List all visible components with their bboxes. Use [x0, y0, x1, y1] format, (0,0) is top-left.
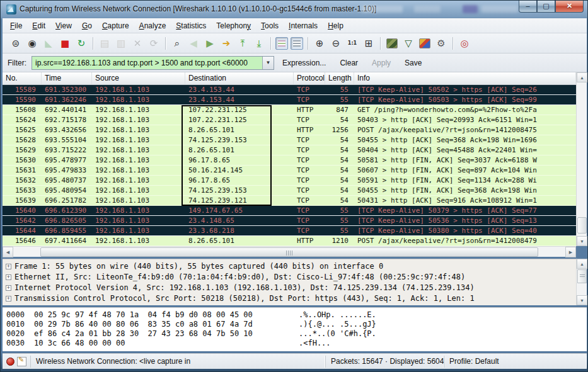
- scroll-down-arrow-icon[interactable]: ▼: [577, 236, 587, 246]
- column-header-destination[interactable]: Destination: [185, 72, 294, 84]
- help-icon[interactable]: ◎: [458, 37, 471, 50]
- menu-item-telephony[interactable]: Telephony: [211, 20, 256, 32]
- filter-input[interactable]: ip.src==192.168.1.103 and tcp.port > 150…: [32, 56, 274, 70]
- packet-cell-info: 50403 > http [ACK] Seq=20993 Ack=6151 Wi…: [354, 115, 576, 125]
- scroll-up-arrow-icon[interactable]: ▲: [577, 259, 587, 269]
- packet-cell-info: 50431 > http [ACK] Seq=916 Ack=108912 Wi…: [354, 196, 576, 205]
- restart-capture-icon[interactable]: ↻: [74, 37, 88, 50]
- display-filters-icon[interactable]: ▽: [401, 37, 415, 50]
- menu-item-capture[interactable]: Capture: [97, 20, 134, 32]
- packet-row-15590[interactable]: 15590691.362246192.168.1.10323.4.153.44T…: [3, 95, 576, 105]
- colorize-list-toggle[interactable]: [275, 37, 288, 50]
- packet-list-vertical-scrollbar[interactable]: ▲ ▼: [576, 72, 587, 246]
- packet-row-15589[interactable]: 15589691.352300192.168.1.10323.4.153.44T…: [3, 85, 576, 95]
- scrollbar-thumb[interactable]: [577, 217, 587, 234]
- capture-options-icon[interactable]: ◉: [25, 37, 39, 50]
- protocol-tree-row-3[interactable]: +Transmission Control Protocol, Src Port…: [4, 293, 576, 304]
- packet-row-15642[interactable]: 15642696.826505192.168.1.10323.4.148.65T…: [3, 216, 576, 226]
- expander-icon[interactable]: +: [6, 264, 11, 269]
- packet-row-15639[interactable]: 15639696.251782192.168.1.10374.125.239.1…: [3, 196, 576, 206]
- packet-row-15625[interactable]: 15625693.432656192.168.1.1038.26.65.101H…: [3, 125, 576, 135]
- packet-row-15630[interactable]: 15630695.478977192.168.1.10396.17.8.65TC…: [3, 155, 576, 166]
- protocol-tree-row-2[interactable]: +Internet Protocol Version 4, Src: 192.1…: [4, 283, 576, 293]
- details-vertical-scrollbar[interactable]: ▲ ▼: [576, 259, 587, 305]
- menu-item-go[interactable]: Go: [77, 20, 97, 32]
- packet-cell-time: 691.352300: [42, 85, 92, 94]
- packet-row-15646[interactable]: 15646697.411664192.168.1.1038.26.65.101H…: [3, 236, 576, 246]
- packet-row-15644[interactable]: 15644696.859455192.168.1.10323.3.68.218T…: [3, 226, 576, 236]
- packet-row-15624[interactable]: 15624692.715178192.168.1.103107.22.231.1…: [3, 115, 576, 125]
- preferences-icon[interactable]: ⚙: [434, 37, 448, 50]
- scroll-left-arrow-icon[interactable]: ◀: [3, 247, 13, 257]
- stop-capture-icon[interactable]: ■: [58, 37, 72, 50]
- scroll-up-arrow-icon[interactable]: ▲: [577, 72, 587, 82]
- expander-icon[interactable]: +: [6, 296, 11, 302]
- zoom-in-icon[interactable]: ⊕: [313, 37, 326, 50]
- packet-row-15640[interactable]: 15640696.612390192.168.1.103149.174.67.6…: [3, 206, 576, 216]
- menu-item-help[interactable]: Help: [323, 20, 349, 32]
- column-header-length[interactable]: Length: [325, 72, 354, 84]
- zoom-100-icon[interactable]: 1:1: [345, 37, 359, 50]
- menu-item-analyze[interactable]: Analyze: [134, 20, 171, 32]
- save-button[interactable]: Save: [399, 56, 427, 70]
- column-header-info[interactable]: Info: [354, 72, 576, 84]
- menu-item-tools[interactable]: Tools: [256, 20, 284, 32]
- auto-scroll-toggle[interactable]: [291, 37, 303, 50]
- packet-cell-src: 192.168.1.103: [92, 196, 185, 205]
- go-to-packet-icon[interactable]: ➔: [219, 37, 233, 50]
- packet-cell-src: 192.168.1.103: [92, 85, 185, 94]
- title-bar: Capturing from Wireless Network Connecti…: [1, 1, 588, 18]
- maximize-button[interactable]: ▢: [537, 1, 555, 13]
- packet-cell-src: 192.168.1.103: [92, 125, 185, 135]
- packet-row-15629[interactable]: 15629693.715222192.168.1.1038.26.65.101T…: [3, 145, 576, 155]
- filter-dropdown-arrow-icon[interactable]: ▼: [262, 57, 274, 69]
- packet-row-15633[interactable]: 15633695.480954192.168.1.10374.125.239.1…: [3, 186, 576, 196]
- menu-item-file[interactable]: File: [5, 20, 27, 32]
- start-capture-icon: ◣: [42, 37, 55, 50]
- expression-button[interactable]: Expression...: [277, 56, 331, 70]
- hex-row-0010[interactable]: 001000 29 7b 86 40 00 80 06 83 35 c0 a8 …: [6, 320, 587, 329]
- list-interfaces-icon[interactable]: ⊜: [9, 37, 23, 50]
- column-header-time[interactable]: Time: [42, 72, 92, 84]
- protocol-tree-row-1[interactable]: +Ethernet II, Src: LiteonTe_f4:b9:d0 (70…: [4, 272, 576, 283]
- menu-item-internals[interactable]: Internals: [284, 20, 323, 32]
- expert-info-icon[interactable]: [6, 358, 14, 366]
- packet-cell-no: 15644: [3, 226, 42, 235]
- menu-item-statistics[interactable]: Statistics: [171, 20, 211, 32]
- go-to-bottom-icon[interactable]: ⤓: [252, 37, 266, 50]
- packet-list-horizontal-scrollbar[interactable]: ◀ ▶: [3, 246, 576, 257]
- go-forward-icon[interactable]: ▶: [203, 37, 217, 50]
- column-header-no[interactable]: No.: [3, 72, 42, 84]
- scrollbar-thumb[interactable]: [40, 247, 538, 257]
- expander-icon[interactable]: +: [6, 285, 11, 291]
- packet-row-15608[interactable]: 15608692.440141192.168.1.103107.22.231.1…: [3, 105, 576, 115]
- column-header-protocol[interactable]: Protocol: [294, 72, 325, 84]
- hex-row-0030[interactable]: 003010 3c 66 48 00 00 00.<fH...: [6, 339, 587, 348]
- zoom-out-icon[interactable]: ⊖: [329, 37, 343, 50]
- colorize-packets-icon[interactable]: [386, 38, 398, 48]
- go-to-top-icon[interactable]: ⤒: [236, 37, 250, 50]
- find-packet-icon[interactable]: ⌕: [170, 37, 184, 50]
- packet-row-15628[interactable]: 15628693.555104192.168.1.10374.125.239.1…: [3, 135, 576, 145]
- column-header-source[interactable]: Source: [92, 72, 185, 84]
- packet-row-15631[interactable]: 15631695.479833192.168.1.10350.16.214.14…: [3, 166, 576, 176]
- menu-item-view[interactable]: View: [50, 20, 77, 32]
- minimize-button[interactable]: –: [519, 1, 537, 13]
- close-button[interactable]: ✕: [555, 1, 584, 13]
- scrollbar-thumb[interactable]: [577, 269, 587, 283]
- scroll-right-arrow-icon[interactable]: ▶: [565, 247, 576, 257]
- hex-row-0000[interactable]: 000000 25 9c 97 4f 48 70 1a 04 f4 b9 d0 …: [6, 310, 587, 320]
- scroll-down-arrow-icon[interactable]: ▼: [577, 295, 587, 305]
- clear-button[interactable]: Clear: [334, 56, 364, 70]
- hex-row-0020[interactable]: 0020ef 86 c4 2a 01 bb 28 30 27 43 23 68 …: [6, 329, 587, 339]
- coloring-rules-icon[interactable]: [419, 38, 430, 48]
- packet-cell-time: 695.478977: [42, 155, 92, 165]
- expander-icon[interactable]: +: [6, 274, 11, 280]
- resize-columns-icon[interactable]: ⊞: [362, 37, 376, 50]
- protocol-tree-row-0[interactable]: +Frame 1: 55 bytes on wire (440 bits), 5…: [4, 261, 576, 272]
- wireshark-logo-icon: [6, 4, 16, 14]
- menu-item-edit[interactable]: Edit: [27, 20, 50, 32]
- packet-row-15632[interactable]: 15632695.480737192.168.1.10396.17.8.65TC…: [3, 176, 576, 186]
- capture-comment-icon[interactable]: [17, 357, 26, 366]
- packet-cell-proto: HTTP: [294, 105, 325, 115]
